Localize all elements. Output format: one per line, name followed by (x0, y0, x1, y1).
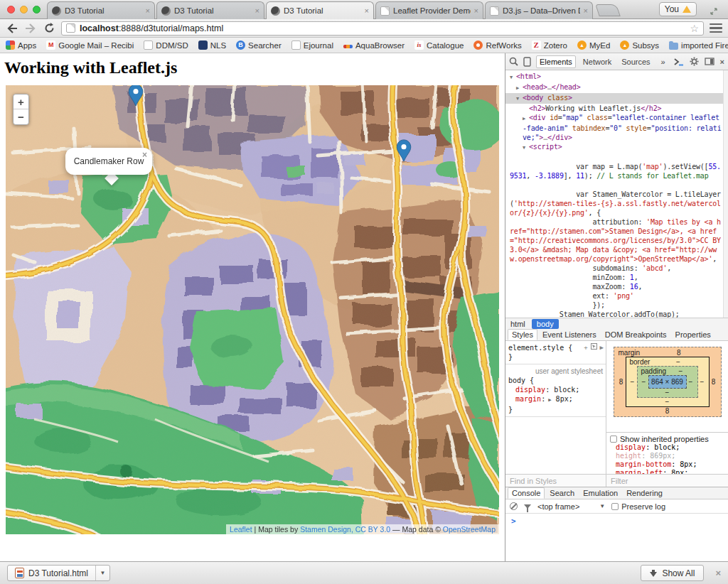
show-all-downloads-button[interactable]: Show All (641, 565, 704, 581)
browser-tab[interactable]: D3 Tutorial× (266, 1, 374, 19)
fullscreen-icon[interactable] (710, 6, 718, 18)
page-content: Working with Leaflet.js (0, 53, 505, 561)
devtools-close-icon[interactable]: × (720, 58, 724, 66)
tab-close-icon[interactable]: × (584, 6, 588, 15)
console-output[interactable]: > (505, 514, 728, 561)
bookmark-item[interactable]: ZZotero (532, 40, 567, 50)
filter-funnel-icon[interactable] (524, 504, 531, 509)
address-bar[interactable]: localhost:8888/d3tutorial/maps.html ☆ (61, 21, 704, 36)
tab-close-icon[interactable]: × (365, 6, 369, 15)
dock-side-icon[interactable] (705, 58, 714, 65)
toggle-icon[interactable]: ▶ (600, 343, 604, 352)
minimize-window-button[interactable] (20, 6, 28, 13)
elements-scrollbar[interactable] (723, 70, 728, 318)
console-tab-console[interactable]: Console (508, 487, 545, 499)
devtools-tabs-overflow[interactable]: » (658, 56, 668, 67)
elements-tree[interactable]: ▼<html>▶<head>…</head>▼<body class><h2>W… (505, 70, 728, 318)
browser-tab[interactable]: D3 Tutorial× (156, 1, 264, 19)
devtools-tab-network[interactable]: Network (580, 56, 614, 67)
styles-tab-styles[interactable]: Styles (508, 329, 537, 340)
search-icon[interactable] (509, 57, 518, 66)
clear-console-icon[interactable] (510, 502, 518, 510)
page-title: Working with Leaflet.js (4, 58, 177, 77)
bookmark-item[interactable]: NLS (198, 40, 226, 50)
bookmark-item[interactable]: imported Firefox (669, 40, 728, 50)
close-window-button[interactable] (7, 6, 15, 13)
console-tab-emulation[interactable]: Emulation (579, 488, 621, 498)
map-attribution: Leaflet | Map tiles by Stamen Design, CC… (226, 524, 499, 534)
inspect-icon[interactable] (591, 343, 597, 352)
tab-close-icon[interactable]: × (255, 6, 259, 15)
bookmark-item[interactable]: DDM/SD (144, 40, 188, 50)
filter-input[interactable]: Filter (606, 475, 632, 487)
reload-button[interactable] (43, 22, 55, 35)
map-marker[interactable] (396, 139, 412, 162)
devtools-tab-sources[interactable]: Sources (619, 56, 653, 67)
margin-label: margin (617, 349, 641, 357)
styles-tab-properties[interactable]: Properties (672, 330, 714, 340)
styles-rules[interactable]: element.style { + ▶ } user agent stylesh… (505, 341, 606, 474)
forward-button[interactable] (24, 22, 37, 35)
find-in-styles-input[interactable]: Find in Styles (505, 475, 606, 487)
console-drawer-tabs: ConsoleSearchEmulationRendering (505, 487, 728, 499)
osm-link[interactable]: OpenStreetMap (443, 525, 496, 534)
bookmark-item[interactable]: ▲Subsys (620, 40, 659, 50)
zoom-in-button[interactable]: + (14, 94, 28, 109)
browser-toolbar: localhost:8888/d3tutorial/maps.html ☆ (0, 19, 728, 38)
popup-text: Candlemaker Row (74, 156, 144, 166)
tab-close-icon[interactable]: × (146, 6, 150, 15)
crumb-html[interactable]: html (505, 319, 530, 329)
refworks-icon (473, 40, 483, 50)
browser-tab[interactable]: Leaflet Provider Demo× (375, 1, 483, 19)
downloads-bar-close-icon[interactable]: × (715, 568, 721, 578)
profile-button[interactable]: You (659, 2, 697, 16)
bookmark-item[interactable]: BSearcher (236, 40, 282, 50)
window-titlebar: D3 Tutorial×D3 Tutorial×D3 Tutorial×Leaf… (0, 0, 728, 19)
download-item[interactable]: D3 Tutorial.html ▼ (7, 565, 110, 581)
bookmark-item[interactable]: Ejournal (291, 40, 333, 50)
bookmark-item[interactable]: MGoogle Mail – Recibi (46, 40, 134, 50)
dots-icon (343, 45, 353, 48)
zoom-out-button[interactable]: − (14, 109, 28, 124)
devtools-tab-elements[interactable]: Elements (536, 55, 576, 68)
popup-close-icon[interactable]: × (142, 150, 147, 160)
leaflet-map[interactable]: Candlemaker Row × + − Leaflet | Map tile… (6, 85, 499, 534)
styles-tab-event-listeners[interactable]: Event Listeners (539, 330, 600, 340)
browser-tab[interactable]: D3.js – Data–Driven Docu× (485, 1, 593, 19)
console-tab-rendering[interactable]: Rendering (623, 488, 666, 498)
padding-label: padding (640, 367, 667, 375)
preserve-log-checkbox[interactable]: Preserve log (611, 502, 665, 511)
orange-icon: ▲ (577, 40, 587, 50)
tab-close-icon[interactable]: × (474, 6, 478, 15)
url-text: localhost:8888/d3tutorial/maps.html (80, 23, 223, 33)
bookmark-item[interactable]: RefWorks (473, 40, 521, 50)
styles-tab-dom-breakpoints[interactable]: DOM Breakpoints (601, 330, 670, 340)
menu-icon[interactable] (710, 23, 722, 33)
bookmark-item[interactable]: AquaBrowser (343, 40, 405, 50)
user-agent-rule[interactable]: user agent stylesheet body { display: bl… (505, 364, 606, 417)
new-style-rule-icon[interactable]: + (584, 343, 587, 352)
settings-gear-icon[interactable] (690, 57, 699, 66)
console-tab-search[interactable]: Search (546, 488, 578, 498)
new-tab-button[interactable] (595, 4, 621, 16)
leaflet-link[interactable]: Leaflet (230, 525, 252, 534)
bookmark-item[interactable]: ▲MyEd (577, 40, 610, 50)
console-drawer-icon[interactable] (674, 58, 684, 66)
stamen-link[interactable]: Stamen Design, CC BY 3.0 (300, 525, 390, 534)
device-mode-icon[interactable] (523, 57, 531, 67)
browser-tab[interactable]: D3 Tutorial× (47, 1, 155, 19)
back-button[interactable] (6, 22, 18, 35)
show-inherited-checkbox[interactable]: Show inherited properties (610, 435, 724, 443)
map-marker[interactable] (128, 85, 144, 107)
downloads-bar: D3 Tutorial.html ▼ Show All × (0, 561, 728, 584)
bookmark-item[interactable]: Apps (6, 40, 36, 50)
box-model[interactable]: margin8 8 border− − padding− − (614, 347, 722, 417)
crumb-body[interactable]: body (532, 319, 559, 329)
zoom-window-button[interactable] (33, 6, 41, 13)
bookmark-item[interactable]: isCatalogue (414, 40, 464, 50)
element-style-rule[interactable]: element.style { + ▶ } (505, 341, 606, 364)
frame-selector[interactable]: <top frame>▼ (537, 502, 605, 511)
console-prompt[interactable]: > (511, 517, 516, 526)
download-item-menu-caret[interactable]: ▼ (95, 566, 109, 580)
bookmark-star-icon[interactable]: ☆ (690, 23, 699, 34)
